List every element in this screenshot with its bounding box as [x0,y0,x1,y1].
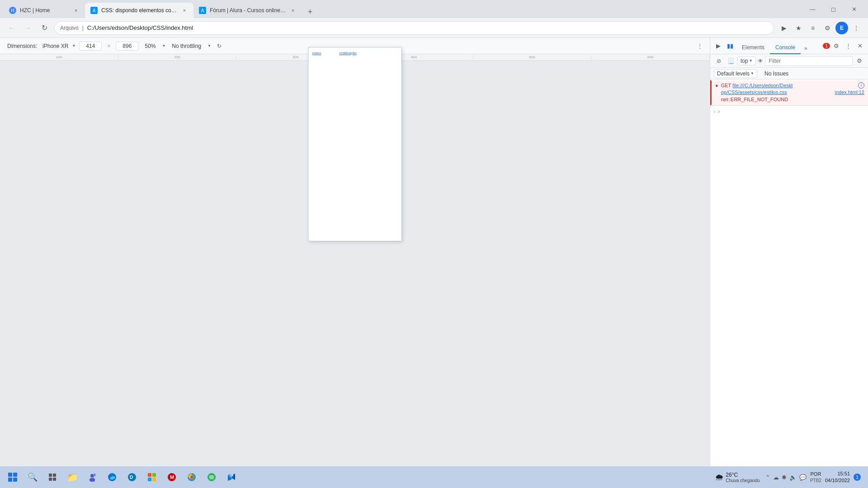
taskbar-chrome[interactable] [183,468,201,486]
start-icon-q4 [13,478,17,482]
devtools-settings-button[interactable]: ⚙ [831,41,842,52]
tab-forum[interactable]: A Fórum | Alura - Cursos online de... × [193,3,302,18]
title-bar: H HZC | Home × A CSS: dispondo elementos… [0,0,868,18]
chrome-icon [187,473,196,482]
spotify-icon [207,473,216,482]
tray-network-icon[interactable]: ✱ [782,474,787,481]
devtools-more-button[interactable]: ⋮ [843,41,854,52]
tray-message-icon[interactable]: 💬 [799,474,807,481]
console-error-url1[interactable]: file:///C:/Users/edson/Deskt [732,83,793,88]
console-input-line: › > [710,105,868,117]
tray-speaker-icon[interactable]: 🔈 [789,474,797,481]
console-expand-icon[interactable]: › [714,109,716,114]
ruler-mark: 500 [473,55,592,59]
svg-rect-11 [152,473,156,477]
svg-marker-22 [233,474,235,480]
window-controls: — ◻ ✕ [802,0,864,18]
svg-point-18 [190,476,193,479]
browser-viewport: Dimensions: iPhone XR ▼ 414 × 896 50% ▼ … [0,38,710,466]
weather-icon: 🌧 [715,472,724,483]
taskbar-vscode[interactable] [222,468,241,486]
console-messages: ● GET file:///C:/Users/edson/Deskt op/CS… [710,80,868,466]
svg-text:M: M [170,474,174,480]
notification-count: 1 [856,475,859,480]
console-error-message: ● GET file:///C:/Users/edson/Deskt op/CS… [710,80,868,105]
console-error-url2[interactable]: op/CSS/assets/css/estilos.css [721,89,787,95]
eye-icon[interactable]: 👁 [758,58,763,64]
tab-close-hzc[interactable]: × [72,7,80,14]
tab-console[interactable]: Console [770,42,801,54]
language-label: POR [810,471,821,477]
language-indicator[interactable]: POR PTB2 [810,471,821,483]
tray-chevron-icon[interactable]: ⌃ [765,474,770,481]
back-button[interactable]: ← [5,22,18,34]
taskbar-antivirus[interactable]: M [163,468,181,486]
cast-icon[interactable]: ▶ [778,22,790,34]
main-area: Dimensions: iPhone XR ▼ 414 × 896 50% ▼ … [0,38,868,466]
extensions-icon[interactable]: ⚙ [821,22,834,34]
no-issues-label: No Issues [761,70,792,78]
taskbar-spotify[interactable] [203,468,221,486]
taskbar-file-explorer[interactable]: 📁 [63,468,81,486]
profile-button[interactable]: E [835,22,848,34]
taskbar-teams[interactable] [83,468,101,486]
emulation-device[interactable]: iPhone XR [42,43,68,49]
tab-close-forum[interactable]: × [289,7,297,14]
ruler-mark: 600 [591,55,710,59]
tab-close-css[interactable]: × [181,7,188,14]
console-filter-input[interactable] [765,56,853,66]
notification-badge[interactable]: 1 [854,474,861,481]
devtools-action-icons: 1 ⚙ ⋮ ✕ [823,41,865,52]
tab-title-hzc: HZC | Home [20,7,69,14]
emulation-throttle[interactable]: No throttling [169,42,204,50]
console-error-info-icon[interactable]: i [858,82,864,89]
tab-hzc[interactable]: H HZC | Home × [4,3,85,18]
bookmark-icon[interactable]: ★ [792,22,805,34]
sync-icon[interactable]: ≡ [807,22,819,34]
taskview-icon [48,473,57,481]
console-error-content: GET file:///C:/Users/edson/Deskt op/CSS/… [721,82,832,103]
taskbar-edge[interactable] [103,468,121,486]
top-context-dropdown[interactable]: top ▼ [737,56,756,66]
emulation-more-icon[interactable]: ⋮ [697,43,703,49]
minimize-button[interactable]: — [802,2,823,16]
emulation-zoom[interactable]: 50% [142,42,158,50]
weather-widget[interactable]: 🌧 26°C Chuva chegando [715,472,760,483]
device-emulation-button[interactable]: ▮▮ [725,41,736,52]
emulation-width[interactable]: 414 [79,42,102,51]
address-bar[interactable]: Arquivo | C:/Users/edson/Desktop/CSS/ind… [54,21,774,35]
toolbar-icons: ▶ ★ ≡ ⚙ E ⋮ [778,22,863,34]
tab-css[interactable]: A CSS: dispondo elementos com F... × [85,3,193,18]
menu-icon[interactable]: ⋮ [850,22,863,34]
taskbar-search-button[interactable]: 🔍 [24,468,42,486]
rotate-button[interactable]: ↻ [215,42,224,51]
start-button[interactable] [4,468,22,486]
address-separator: | [82,25,84,31]
preserve-log-button[interactable]: 📃 [726,56,736,66]
console-error-file[interactable]: index.html:12 [835,89,864,95]
ruler-mark: 100 [0,55,118,59]
clock-time: 15:51 [825,470,850,477]
phone-menu-link: menu [312,51,321,55]
taskbar-taskview[interactable] [43,468,61,486]
new-tab-button[interactable]: + [304,5,316,18]
clock[interactable]: 15:51 04/10/2022 [825,470,850,484]
filter-settings-button[interactable]: ⚙ [854,56,864,66]
address-url: C:/Users/edson/Desktop/CSS/index.html [87,24,768,31]
reload-button[interactable]: ↻ [38,22,51,34]
default-levels-dropdown[interactable]: Default levels ▼ [714,69,757,78]
inspect-element-button[interactable]: ▶ [713,41,724,52]
devtools-close-button[interactable]: ✕ [854,41,865,52]
clear-console-button[interactable]: ⊘ [714,56,724,66]
taskbar-dell[interactable]: D [123,468,141,486]
taskbar-store[interactable] [143,468,161,486]
console-input[interactable] [722,108,864,115]
restore-button[interactable]: ◻ [823,2,844,16]
tab-strip: H HZC | Home × A CSS: dispondo elementos… [4,0,802,18]
forward-button[interactable]: → [22,22,34,34]
tab-elements[interactable]: Elements [736,42,770,54]
close-button[interactable]: ✕ [844,2,864,16]
tab-overflow[interactable]: » [801,42,811,54]
emulation-height[interactable]: 896 [116,42,138,51]
tray-cloud-icon[interactable]: ☁ [773,474,779,481]
